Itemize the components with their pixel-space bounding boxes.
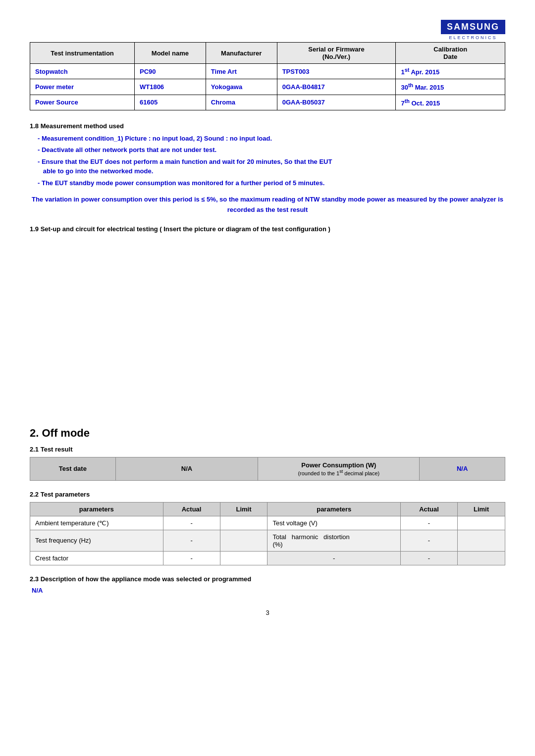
table-row: Stopwatch PC90 Time Art TPST003 1st Apr.…	[30, 64, 505, 79]
limit-thd	[458, 530, 505, 551]
th-calibration: CalibrationDate	[396, 43, 505, 64]
table-row: Power meter WT1806 Yokogawa 0GAA-B04817 …	[30, 79, 505, 95]
th-params-left: parameters	[30, 502, 163, 516]
th-manufacturer: Manufacturer	[206, 43, 277, 64]
calibration-powersource: 7th Oct. 2015	[396, 95, 505, 110]
actual-frequency: -	[163, 530, 220, 551]
test-powermeter: Power meter	[30, 79, 135, 95]
actual-ambient: -	[163, 516, 220, 530]
table-row: Power Source 61605 Chroma 0GAA-B05037 7t…	[30, 95, 505, 110]
limit-voltage	[458, 516, 505, 530]
bullet-2: - Deactivate all other network ports tha…	[38, 145, 505, 155]
th-model: Model name	[134, 43, 206, 64]
th-limit-right: Limit	[458, 502, 505, 516]
th-actual-left: Actual	[163, 502, 220, 516]
th-test-date: Test date	[30, 457, 116, 481]
off-mode-title: 2. Off mode	[30, 427, 505, 440]
diagram-space	[30, 239, 505, 367]
model-stopwatch: PC90	[134, 64, 206, 79]
test-powersource: Power Source	[30, 95, 135, 110]
subsection-2-1-title: 2.1 Test result	[30, 446, 505, 453]
params-row-1: Ambient temperature (℃) - Test voltage (…	[30, 516, 505, 530]
th-power-consumption: Power Consumption (W) (rounded to the 1s…	[258, 457, 420, 481]
params-table: parameters Actual Limit parameters Actua…	[30, 502, 505, 565]
th-params-right: parameters	[268, 502, 401, 516]
serial-powersource: 0GAA-B05037	[277, 95, 396, 110]
model-powermeter: WT1806	[134, 79, 206, 95]
param-frequency: Test frequency (Hz)	[30, 530, 163, 551]
section-1-9: 1.9 Set-up and circuit for electrical te…	[30, 225, 505, 233]
electronics-label: ELECTRONICS	[441, 35, 505, 40]
bullet-4: - The EUT standby mode power consumption…	[38, 178, 505, 188]
section-1-9-title: 1.9 Set-up and circuit for electrical te…	[30, 225, 330, 233]
section-2-3: 2.3 Description of how the appliance mod…	[30, 575, 505, 594]
actual-thd: -	[401, 530, 458, 551]
param-ambient: Ambient temperature (℃)	[30, 516, 163, 530]
manufacturer-stopwatch: Time Art	[206, 64, 277, 79]
serial-stopwatch: TPST003	[277, 64, 396, 79]
section-2-3-value: N/A	[32, 587, 505, 594]
th-na-value: N/A	[420, 457, 505, 481]
test-result-table: Test date N/A Power Consumption (W) (rou…	[30, 457, 505, 481]
th-limit-left: Limit	[220, 502, 268, 516]
test-stopwatch: Stopwatch	[30, 64, 135, 79]
th-na-col: N/A	[115, 457, 258, 481]
subsection-2-2-title: 2.2 Test parameters	[30, 491, 505, 498]
actual-empty: -	[401, 551, 458, 565]
manufacturer-powermeter: Yokogawa	[206, 79, 277, 95]
th-test: Test instrumentation	[30, 43, 135, 64]
th-serial: Serial or Firmware(No./Ver.)	[277, 43, 396, 64]
params-row-2: Test frequency (Hz) - Total harmonic dis…	[30, 530, 505, 551]
calibration-powermeter: 30th Mar. 2015	[396, 79, 505, 95]
variation-text: The variation in power consumption over …	[30, 195, 505, 215]
limit-frequency	[220, 530, 268, 551]
param-voltage: Test voltage (V)	[268, 516, 401, 530]
section-2-2-container: 2.2 Test parameters parameters Actual Li…	[30, 491, 505, 565]
samsung-logo: SAMSUNG ELECTRONICS	[441, 20, 505, 40]
limit-crest	[220, 551, 268, 565]
calibration-stopwatch: 1st Apr. 2015	[396, 64, 505, 79]
serial-powermeter: 0GAA-B04817	[277, 79, 396, 95]
limit-ambient	[220, 516, 268, 530]
param-crest: Crest factor	[30, 551, 163, 565]
model-powersource: 61605	[134, 95, 206, 110]
bullet-3: - Ensure that the EUT does not perform a…	[38, 157, 505, 176]
param-thd: Total harmonic distortion(%)	[268, 530, 401, 551]
section-1-8-title: 1.8 Measurement method used	[30, 122, 505, 130]
bullet-1: - Measurement condition_1) Picture : no …	[38, 134, 505, 144]
section-1-8: 1.8 Measurement method used - Measuremen…	[30, 122, 505, 215]
instrumentation-table: Test instrumentation Model name Manufact…	[30, 42, 505, 110]
manufacturer-powersource: Chroma	[206, 95, 277, 110]
actual-crest: -	[163, 551, 220, 565]
page-number: 3	[30, 609, 505, 616]
samsung-brand: SAMSUNG	[441, 20, 505, 34]
subsection-2-3-title: 2.3 Description of how the appliance mod…	[30, 575, 505, 583]
limit-empty	[458, 551, 505, 565]
na-value: N/A	[457, 465, 468, 472]
header-logo: SAMSUNG ELECTRONICS	[30, 20, 505, 40]
param-empty: -	[268, 551, 401, 565]
th-actual-right: Actual	[401, 502, 458, 516]
params-row-3: Crest factor - - -	[30, 551, 505, 565]
actual-voltage: -	[401, 516, 458, 530]
